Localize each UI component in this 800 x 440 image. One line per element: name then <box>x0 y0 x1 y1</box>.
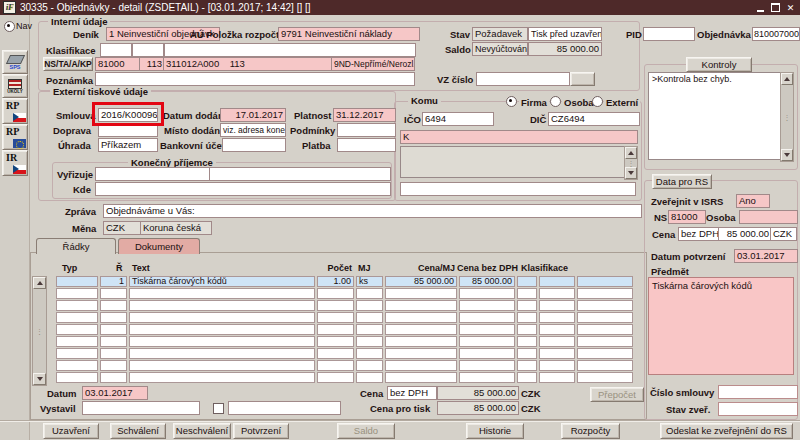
table-row-empty[interactable] <box>56 348 635 360</box>
dic-field[interactable]: CZ6494 <box>548 112 640 126</box>
klasifikace-field-3[interactable] <box>164 43 416 57</box>
sps-button[interactable]: SPS <box>2 50 28 74</box>
cell-klasifikace-3[interactable] <box>577 276 633 287</box>
misto-dodani-field[interactable]: viz. adresa kone <box>220 123 286 137</box>
nav-radio[interactable] <box>4 21 15 32</box>
kde-field[interactable] <box>95 182 391 196</box>
cell-mj[interactable]: ks <box>356 276 383 287</box>
datum-potvrzeni-field[interactable]: 03.01.2017 <box>734 249 798 263</box>
zverejnit-isrs-field[interactable]: Ano <box>736 194 770 208</box>
scroll-down-icon[interactable] <box>33 373 46 385</box>
cell-pocet[interactable]: 1.00 <box>317 276 354 287</box>
bankovni-ucet-field[interactable] <box>222 138 286 152</box>
klasifikace-field-2[interactable] <box>132 43 164 57</box>
scroll-up-icon[interactable] <box>33 277 46 289</box>
cell-cena-mj[interactable]: 85 000.00 <box>385 276 457 287</box>
stav-zver-field[interactable] <box>718 402 798 416</box>
vyrizuje-field-2[interactable] <box>209 167 391 181</box>
kontroly-textarea[interactable]: >Kontrola bez chyb. <box>648 72 794 160</box>
ukoly-button[interactable]: ÚKOLY <box>2 74 28 98</box>
uhrada-field[interactable]: Příkazem <box>98 138 158 152</box>
table-row-empty[interactable] <box>56 336 635 348</box>
minimize-button[interactable] <box>755 2 766 13</box>
table-scrollbar[interactable]: ⋮ <box>32 276 47 386</box>
saldo-button[interactable]: Saldo <box>337 423 395 439</box>
vystavil-field-2[interactable] <box>228 401 341 415</box>
vystavil-field-1[interactable] <box>82 401 200 415</box>
table-row-empty[interactable] <box>56 300 635 312</box>
tab-radky[interactable]: Řádky <box>36 238 116 254</box>
kontroly-scrollbar[interactable]: ⋮ <box>780 72 794 162</box>
platnost-field[interactable]: 31.12.2017 <box>333 108 396 122</box>
smlouva-field[interactable]: 2016/K000963 <box>98 108 158 122</box>
prepocet-button[interactable]: Přepočet <box>590 387 644 402</box>
ns-ta-a-kp-button[interactable]: NS/TA/A/KP <box>43 57 93 71</box>
scroll-up-icon[interactable] <box>625 147 637 159</box>
rs-cena-amount-field[interactable]: 85 000.00 <box>718 227 772 241</box>
close-button[interactable]: ✕ <box>785 2 796 13</box>
scroll-down-icon[interactable] <box>625 167 637 179</box>
table-row-selected[interactable]: 1 Tiskárna čárových kódů 1.00 ks 85 000.… <box>56 276 635 288</box>
odeslat-ke-zverejneni-button[interactable]: Odeslat ke zveřejnění do RS <box>660 423 793 439</box>
komu-extra-field[interactable] <box>400 182 636 196</box>
podminky-field[interactable] <box>337 123 396 137</box>
platba-field[interactable] <box>337 138 396 152</box>
vz-cislo-lov-button[interactable] <box>570 72 595 86</box>
scroll-up-icon[interactable] <box>781 73 793 85</box>
uzavreni-button[interactable]: Uzavření <box>43 423 99 439</box>
osoba-radio[interactable] <box>550 96 561 107</box>
ns-field-4[interactable]: 9ND-Nepřímé/Nerozl./H <box>331 57 415 71</box>
table-row-empty[interactable] <box>56 372 635 384</box>
komu-scrollbar[interactable]: ⋮ <box>624 146 638 180</box>
historie-button[interactable]: Historie <box>466 423 524 439</box>
rozpocty-button[interactable]: Rozpočty <box>561 423 620 439</box>
cell-klasifikace-1[interactable] <box>517 276 537 287</box>
neschvaleni-button[interactable]: Neschválení <box>173 423 231 439</box>
restore-button[interactable] <box>770 2 781 13</box>
potvrzeni-button[interactable]: Potvrzení <box>233 423 289 439</box>
ns-field-2[interactable]: 113 <box>139 57 165 71</box>
au-polozka-field[interactable]: 9791 Neinvestiční náklady <box>278 27 420 41</box>
data-pro-rs-button[interactable]: Data pro RS <box>652 174 712 189</box>
rs-osoba-field[interactable] <box>739 210 798 224</box>
komu-adresa-textarea[interactable] <box>400 146 632 178</box>
cell-text[interactable]: Tiskárna čárových kódů <box>129 276 315 287</box>
externi-radio[interactable] <box>592 96 603 107</box>
poznamka-field[interactable] <box>95 72 415 86</box>
vystavil-checkbox[interactable] <box>213 403 224 414</box>
table-row-empty[interactable] <box>56 288 635 300</box>
tab-dokumenty[interactable]: Dokumenty <box>118 238 200 254</box>
scroll-down-icon[interactable] <box>781 149 793 161</box>
datum-dodani-field[interactable]: 17.01.2017 <box>220 108 286 122</box>
komu-nazev-field[interactable]: K <box>400 130 638 144</box>
pid-field[interactable] <box>643 27 695 41</box>
cell-typ[interactable] <box>56 276 98 287</box>
table-row-empty[interactable] <box>56 312 635 324</box>
ir-button[interactable]: IR <box>2 150 28 176</box>
vyrizuje-field-1[interactable] <box>95 167 210 181</box>
predmet-textarea[interactable]: Tiskárna čárových kódů <box>648 277 794 375</box>
firma-radio[interactable] <box>506 96 517 107</box>
table-row-empty[interactable] <box>56 324 635 336</box>
cell-r[interactable]: 1 <box>100 276 127 287</box>
table-row-empty[interactable] <box>56 360 635 372</box>
rs-cena-currency-field[interactable]: CZK <box>770 227 797 241</box>
zprava-field[interactable]: Objednáváme u Vás: <box>103 204 642 218</box>
ns-field-1[interactable]: 81000 <box>95 57 141 71</box>
ico-field[interactable]: 6494 <box>422 112 494 126</box>
schvaleni-button[interactable]: Schválení <box>110 423 166 439</box>
objednavka-field[interactable]: 8100070003 <box>752 27 800 41</box>
cell-klasifikace-2[interactable] <box>539 276 575 287</box>
klasifikace-field-1[interactable] <box>100 43 132 57</box>
rs-cena-mode-field[interactable]: bez DPH <box>678 227 720 241</box>
rs-ns-field[interactable]: 81000 <box>668 210 706 224</box>
cislo-smlouvy-field[interactable] <box>718 385 798 399</box>
rp-eu-button[interactable]: RP <box>2 124 28 150</box>
ns-field-3[interactable]: 311012A000 113 <box>163 57 333 71</box>
vz-cislo-field[interactable] <box>476 72 570 86</box>
cell-cena-bez-dph[interactable]: 85 000.00 <box>459 276 515 287</box>
cena-mode-field[interactable]: bez DPH <box>387 386 437 400</box>
doprava-field[interactable] <box>98 123 158 137</box>
datum-field[interactable]: 03.01.2017 <box>82 386 148 400</box>
kontroly-button[interactable]: Kontroly <box>686 57 752 72</box>
